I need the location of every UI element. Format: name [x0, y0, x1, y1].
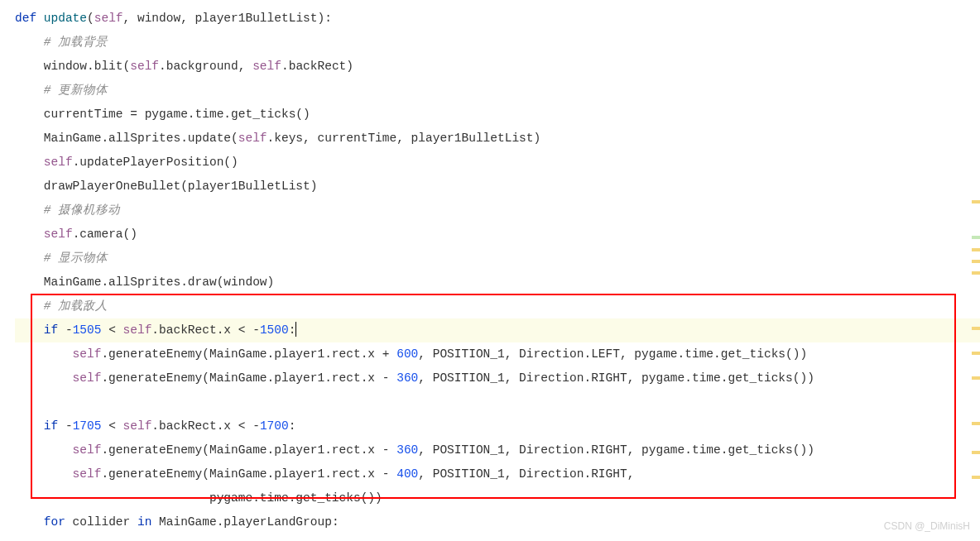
code-text: MainGame.allSprites.update( — [15, 132, 238, 145]
code-line[interactable]: self.generateEnemy(MainGame.player1.rect… — [15, 462, 980, 486]
code-line[interactable]: def update(self, window, player1BulletLi… — [15, 7, 980, 31]
comment: # 更新物体 — [15, 84, 108, 97]
keyword-in: in — [137, 515, 151, 529]
code-text: , POSITION_1, Direction.RIGHT, — [418, 467, 634, 481]
watermark-text: CSDN @_DiMinisH — [884, 516, 970, 536]
code-text: .keys, currentTime, player1BulletList) — [267, 132, 541, 145]
comment: # 加载敌人 — [15, 299, 108, 313]
code-line[interactable]: # 更新物体 — [15, 79, 980, 103]
code-line[interactable]: # 加载背景 — [15, 31, 980, 55]
code-text: : — [289, 419, 296, 433]
gutter-mark-warning[interactable] — [972, 248, 980, 251]
number-literal: 1505 — [73, 323, 102, 337]
self-ref: self — [15, 347, 101, 361]
gutter-mark-warning[interactable] — [972, 271, 980, 275]
number-literal: 1500 — [260, 323, 289, 337]
self-ref: self — [123, 323, 152, 337]
self-ref: self — [15, 467, 101, 481]
code-text: MainGame.playerLandGroup: — [151, 515, 339, 529]
params: , window, player1BulletList): — [123, 12, 332, 25]
comment: # 摄像机移动 — [15, 203, 120, 217]
code-text: .generateEnemy(MainGame.player1.rect.x + — [101, 347, 396, 361]
code-text: .backRect) — [281, 60, 353, 73]
self-ref: self — [15, 443, 101, 457]
code-line[interactable]: self.updatePlayerPosition() — [15, 151, 980, 175]
code-line[interactable]: self.generateEnemy(MainGame.player1.rect… — [15, 366, 980, 390]
code-text: window.blit( — [15, 60, 130, 73]
keyword-def: def — [15, 12, 36, 25]
code-line[interactable]: currentTime = pygame.time.get_ticks() — [15, 103, 980, 127]
code-text: , POSITION_1, Direction.RIGHT, pygame.ti… — [418, 443, 814, 457]
code-line-highlighted[interactable]: if -1505 < self.backRect.x < -1500: — [15, 318, 980, 342]
gutter-mark-warning[interactable] — [972, 327, 980, 330]
code-text: - — [58, 323, 72, 337]
gutter-mark-warning[interactable] — [972, 352, 980, 355]
gutter-mark-warning[interactable] — [972, 422, 980, 425]
comment: # 加载背景 — [15, 36, 108, 49]
code-text: .generateEnemy(MainGame.player1.rect.x - — [101, 371, 396, 385]
code-text: drawPlayerOneBullet(player1BulletList) — [15, 180, 317, 193]
code-line[interactable]: for collider in MainGame.playerLandGroup… — [15, 510, 980, 534]
number-literal: 360 — [396, 443, 418, 457]
code-text: - — [58, 419, 72, 433]
number-literal: 360 — [396, 371, 418, 385]
code-line[interactable]: pygame.time.get_ticks()) — [15, 486, 980, 510]
code-line[interactable]: # 显示物体 — [15, 247, 980, 270]
code-text: .updatePlayerPosition() — [73, 156, 238, 169]
code-text: , POSITION_1, Direction.LEFT, pygame.tim… — [418, 347, 807, 361]
self-ref: self — [15, 227, 73, 241]
number-literal: 1705 — [73, 419, 102, 433]
gutter-mark-warning[interactable] — [972, 260, 980, 263]
code-text: .backRect.x < - — [151, 323, 260, 337]
code-text: MainGame.allSprites.draw(window) — [15, 275, 274, 289]
comment: # 显示物体 — [15, 251, 108, 265]
code-line[interactable]: MainGame.allSprites.update(self.keys, cu… — [15, 127, 980, 151]
text-cursor — [295, 322, 296, 337]
gutter-mark-warning[interactable] — [972, 376, 980, 380]
self-ref: self — [252, 60, 281, 73]
paren: ( — [87, 12, 94, 25]
code-line[interactable] — [15, 390, 980, 414]
code-text: .background, — [159, 60, 252, 73]
keyword-if: if — [15, 419, 58, 433]
code-text: collider — [65, 515, 137, 529]
code-text: currentTime = pygame.time.get_ticks() — [15, 108, 310, 121]
code-editor[interactable]: def update(self, window, player1BulletLi… — [0, 7, 980, 534]
code-line[interactable]: # 摄像机移动 — [15, 199, 980, 223]
number-literal: 400 — [396, 467, 418, 481]
code-line[interactable]: drawPlayerOneBullet(player1BulletList) — [15, 175, 980, 199]
code-line[interactable]: MainGame.allSprites.draw(window) — [15, 270, 980, 294]
code-line[interactable]: self.camera() — [15, 223, 980, 247]
code-text: .generateEnemy(MainGame.player1.rect.x - — [101, 443, 396, 457]
code-line[interactable]: if -1705 < self.backRect.x < -1700: — [15, 414, 980, 438]
self-ref: self — [123, 419, 152, 433]
code-text: < — [101, 419, 122, 433]
code-text: .generateEnemy(MainGame.player1.rect.x - — [101, 467, 396, 481]
self-param: self — [94, 12, 123, 25]
code-text: pygame.time.get_ticks()) — [15, 491, 382, 505]
code-line[interactable]: window.blit(self.background, self.backRe… — [15, 55, 980, 79]
gutter-mark-warning[interactable] — [972, 476, 980, 479]
code-text: .camera() — [73, 227, 137, 241]
function-name: update — [36, 12, 87, 25]
code-line[interactable]: self.generateEnemy(MainGame.player1.rect… — [15, 438, 980, 462]
code-line[interactable]: self.generateEnemy(MainGame.player1.rect… — [15, 342, 980, 366]
gutter-marks-column — [970, 0, 980, 541]
code-text: .backRect.x < - — [151, 419, 260, 433]
keyword-if: if — [15, 323, 58, 337]
gutter-mark-warning[interactable] — [972, 451, 980, 454]
gutter-mark-warning[interactable] — [972, 200, 980, 203]
self-ref: self — [238, 132, 267, 145]
self-ref: self — [15, 371, 101, 385]
gutter-mark-ok[interactable] — [972, 236, 980, 239]
number-literal: 600 — [396, 347, 418, 361]
code-text: < — [101, 323, 122, 337]
code-line[interactable]: # 加载敌人 — [15, 294, 980, 318]
number-literal: 1700 — [260, 419, 289, 433]
self-ref: self — [130, 60, 159, 73]
keyword-for: for — [15, 515, 65, 529]
code-text: , POSITION_1, Direction.RIGHT, pygame.ti… — [418, 371, 814, 385]
self-ref: self — [15, 156, 73, 169]
code-text: : — [289, 323, 296, 337]
